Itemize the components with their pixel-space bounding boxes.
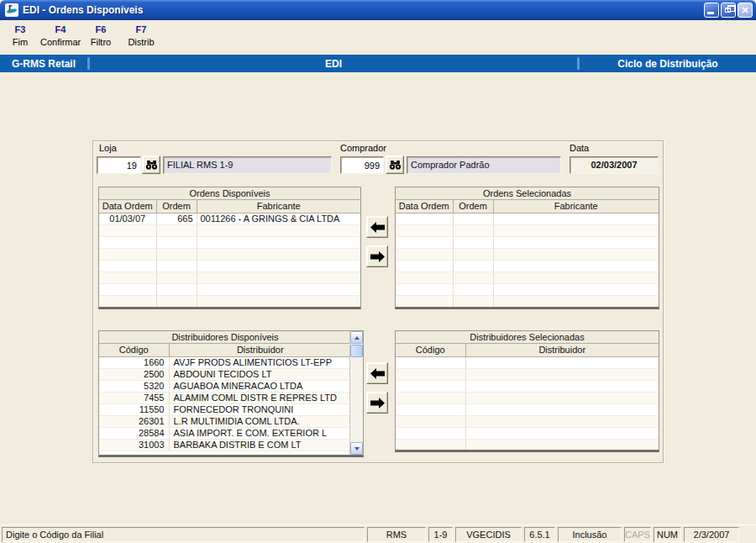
module-label: EDI (90, 58, 577, 70)
comprador-code-input[interactable] (340, 156, 384, 174)
table-cell (493, 213, 659, 224)
table-cell[interactable]: AGUABOA MINERACAO LTDA (169, 380, 351, 392)
table-cell[interactable]: ASIA IMPORT. E COM. EXTERIOR L (169, 427, 351, 439)
table-cell[interactable]: 11550 (99, 403, 169, 415)
table-cell[interactable]: 665 (156, 213, 197, 224)
table-cell (396, 213, 453, 224)
arrow-left-icon (370, 222, 385, 233)
table-cell[interactable]: 2500 (99, 368, 169, 380)
table-cell (453, 283, 493, 295)
scroll-up-icon[interactable] (350, 331, 363, 344)
table-cell (465, 403, 659, 415)
table-row[interactable]: 2500ABDOUNI TECIDOS LT (99, 368, 351, 380)
loja-name-field: FILIAL RMS 1-9 (163, 156, 332, 174)
toolbar-item-distrib[interactable]: F7 Distrib (121, 20, 161, 55)
table-cell[interactable]: AVJF PRODS ALIMENTICIOS LT-EPP (169, 356, 351, 368)
table-row[interactable]: 5320AGUABOA MINERACAO LTDA (99, 380, 351, 392)
distributors-selected-grid: Distribuidores Selecionadas Código Distr… (395, 330, 659, 452)
cycle-label: Ciclo de Distribuição (580, 58, 756, 70)
table-row-empty (396, 224, 659, 236)
table-cell[interactable]: 26301 (99, 415, 169, 427)
table-cell (493, 283, 659, 295)
table-row[interactable]: 26301L.R MULTIMIDIA COML LTDA. (99, 415, 351, 427)
orders-move-left-button[interactable] (366, 216, 388, 238)
table-cell (396, 236, 453, 248)
action-label: Confirmar (40, 37, 81, 47)
data-value-field: 02/03/2007 (570, 156, 659, 174)
table-cell (396, 415, 465, 427)
table-cell[interactable]: FORNECEDOR TRONQUINI (169, 403, 351, 415)
table-cell[interactable]: ABDOUNI TECIDOS LT (169, 368, 351, 380)
orders-available-grid: Ordens Disponíveis Data Ordem Ordem Fabr… (98, 187, 361, 309)
status-message: Digite o Código da Filial (2, 527, 365, 542)
column-header: Ordem (156, 200, 197, 213)
table-cell (156, 295, 197, 307)
table-cell (156, 260, 197, 272)
table-row[interactable]: 11550FORNECEDOR TRONQUINI (99, 403, 351, 415)
action-label: Filtro (81, 37, 121, 47)
comprador-search-button[interactable] (386, 156, 404, 174)
toolbar-item-confirmar[interactable]: F4 Confirmar (40, 20, 81, 55)
table-row[interactable]: 1660AVJF PRODS ALIMENTICIOS LT-EPP (99, 356, 351, 368)
status-program: VGECIDIS (455, 527, 522, 542)
window-title: EDI - Ordens Disponíveis (23, 4, 143, 16)
distributors-move-right-button[interactable] (366, 392, 388, 414)
minimize-button[interactable] (704, 3, 719, 18)
table-cell[interactable]: ALAMIM COML DISTR E REPRES LTD (169, 392, 351, 403)
vertical-scrollbar[interactable] (349, 331, 363, 455)
table-cell (453, 260, 493, 272)
restore-button[interactable] (721, 3, 736, 18)
table-cell (99, 248, 156, 260)
table-row[interactable]: 31003BARBAKA DISTRIB E COM LT (99, 439, 351, 451)
table-cell (156, 283, 197, 295)
close-button[interactable]: ✕ (738, 3, 753, 18)
grid-title: Distribuidores Disponíveis (99, 331, 351, 344)
toolbar-item-filtro[interactable]: F6 Filtro (81, 20, 121, 55)
loja-code-input[interactable] (97, 156, 141, 174)
table-cell[interactable]: 31003 (99, 439, 169, 451)
table-row-empty (396, 356, 659, 368)
scroll-down-icon[interactable] (350, 442, 363, 455)
table-cell[interactable]: 1660 (99, 356, 169, 368)
loja-search-button[interactable] (142, 156, 160, 174)
table-cell (197, 248, 360, 260)
table-cell[interactable]: BARBAKA DISTRIB E COM LT (169, 439, 351, 451)
status-capslock: CAPS (624, 527, 651, 542)
table-row-empty (99, 272, 360, 283)
table-row[interactable]: 28584ASIA IMPORT. E COM. EXTERIOR L (99, 427, 351, 439)
column-header: Código (396, 344, 465, 356)
column-header: Distribuidor (169, 344, 351, 356)
table-cell[interactable]: 7455 (99, 392, 169, 403)
table-cell[interactable]: 28584 (99, 427, 169, 439)
table-cell (197, 236, 360, 248)
grid-title: Ordens Disponíveis (99, 187, 360, 200)
table-cell (156, 248, 197, 260)
table-cell[interactable]: 01/03/07 (99, 213, 156, 224)
table-cell[interactable]: 5320 (99, 380, 169, 392)
table-cell[interactable]: 0011266 - A GRINGS & CIA LTDA (197, 213, 360, 224)
fkey-label: F7 (121, 24, 161, 34)
data-label: Data (570, 143, 589, 153)
status-bar: Digite o Código da Filial RMS 1-9 VGECID… (0, 525, 756, 543)
title-bar: EDI - Ordens Disponíveis ✕ (0, 0, 756, 20)
table-cell (99, 283, 156, 295)
orders-move-right-button[interactable] (366, 245, 388, 267)
scrollbar-thumb[interactable] (350, 345, 363, 357)
table-cell (197, 260, 360, 272)
table-row[interactable]: 7455ALAMIM COML DISTR E REPRES LTD (99, 392, 351, 403)
table-row[interactable]: 01/03/076650011266 - A GRINGS & CIA LTDA (99, 213, 360, 224)
table-cell (396, 283, 453, 295)
arrow-left-icon (370, 368, 385, 379)
action-label: Distrib (121, 37, 161, 47)
table-row-empty (396, 283, 659, 295)
comprador-label: Comprador (340, 143, 386, 153)
table-cell (396, 356, 465, 368)
table-cell[interactable]: L.R MULTIMIDIA COML LTDA. (169, 415, 351, 427)
table-cell (465, 380, 659, 392)
table-row-empty (396, 295, 659, 307)
table-cell (493, 272, 659, 283)
toolbar-item-fim[interactable]: F3 Fim (0, 20, 40, 55)
distributors-move-left-button[interactable] (366, 362, 388, 384)
minimize-icon (707, 12, 714, 14)
column-header: Fabricante (493, 200, 659, 213)
